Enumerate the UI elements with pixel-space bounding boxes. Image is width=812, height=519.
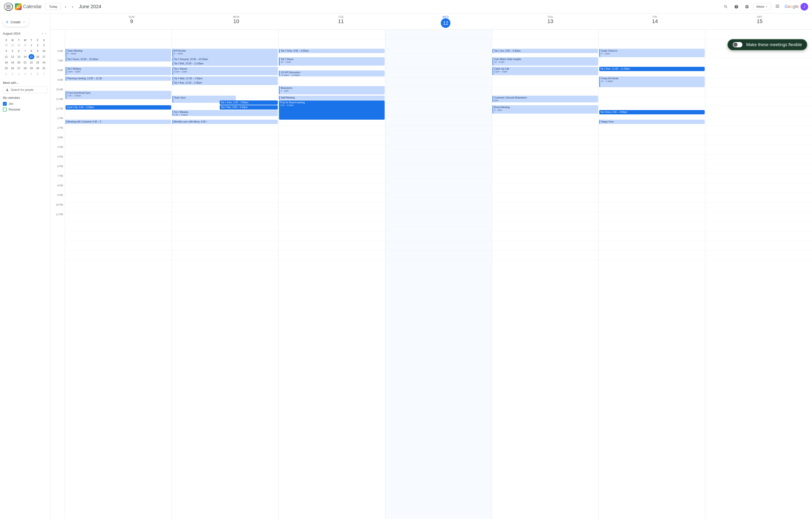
event-tat-danyeal[interactable]: Tat // Danyeal, 10:00 – 10:30am [172,57,278,61]
day-col-sun: Team Meeting 9 – 10am Tat // Kevin, 10:0… [65,30,172,519]
event-user-metric[interactable]: User Metric Data Insights 10 – 11am [492,57,598,65]
mini-cal-day[interactable]: 30 [35,65,40,71]
calendar-item-jon[interactable]: Jon [3,101,47,107]
event-planning-meeting[interactable]: Planning meeting, 12:00 – 12:30 [65,76,171,81]
mini-cal-day[interactable]: 7 [41,71,47,77]
mini-cal-day[interactable]: 10 [41,48,47,54]
event-friday-all-hands[interactable]: Friday All Hands 12 – 1:30pm [599,76,705,87]
mini-cal-day[interactable]: 1 [29,43,34,48]
calendar-item-personal[interactable]: Personal [3,107,47,112]
mini-cal-day[interactable]: 18 [3,60,9,65]
mini-cal-prev[interactable]: ‹ [41,31,44,36]
event-goals-checkin[interactable]: Goals Check-in 9 – 10am [599,49,705,57]
help-button[interactable] [732,2,741,11]
mini-cal-day[interactable]: 1 [3,71,9,77]
mini-cal-day[interactable]: 15 [29,54,34,59]
time-label-7am: 7 AM [51,58,65,68]
mini-cal-day[interactable]: 3 [16,71,22,77]
mini-cal-day[interactable]: 5 [9,48,16,54]
mini-cal-day[interactable]: 23 [35,60,40,65]
event-brainstorm[interactable]: Brainstorm 1 – 2pm [279,86,385,94]
menu-button[interactable] [4,3,13,11]
event-tat-ana[interactable]: Tat // Ana, 12:30 – 1:00pm [172,81,278,85]
mini-cal-day[interactable]: 4 [22,71,28,77]
event-kr-review[interactable]: KR Review 9 – 10am [172,49,278,57]
flexible-toggle[interactable]: Make these meetings flexible [727,39,807,50]
mini-cal-day[interactable]: 4 [3,48,9,54]
mini-cal-day[interactable]: 29 [9,43,16,48]
mini-cal-day[interactable]: 16 [35,54,40,59]
mini-cal-day[interactable]: 9 [35,48,40,54]
toggle-switch[interactable] [733,42,743,47]
event-happy-hour[interactable]: Happy Hour [599,120,705,124]
mini-cal-day[interactable]: 11 [3,54,9,59]
mini-cal-day[interactable]: 28 [3,43,9,48]
event-staff-meeting[interactable]: Staff Meeting [279,95,385,100]
mini-cal-day[interactable]: 3 [41,43,47,48]
next-button[interactable]: › [70,3,75,11]
my-calendars-section: My calendars Jon Personal [0,96,50,112]
event-board-meeting[interactable]: Board Meeting 3 – 4pm [492,105,598,114]
mini-cal-day[interactable]: 13 [16,54,22,59]
event-tat-shane[interactable]: Tat // Shane 10 – 11am [279,57,385,65]
event-customer-lifecycle[interactable]: Customer Lifecycle Brainstorm 2pm [492,95,598,102]
mini-cal-day[interactable]: 31 [41,65,47,71]
event-tat-brittany[interactable]: Tat // Brittany 11am – 12pm [65,67,171,75]
event-tat-mikaela[interactable]: Tat // Mikaela 3:30 – 4:00pm [172,110,278,116]
event-tat-matt[interactable]: Tat // Matt, 12:30 – 1:00pm [172,76,278,81]
event-catch-up[interactable]: Catch Up Call 11pm – 12pm [492,67,598,75]
mini-cal-day[interactable]: 27 [16,65,22,71]
mini-cal-day[interactable]: 17 [41,54,47,59]
mini-cal-day[interactable]: 24 [41,60,47,65]
mini-cal-day[interactable]: 7 [22,48,28,54]
create-chevron-icon [23,21,25,24]
settings-button[interactable] [743,2,751,11]
mini-cal-day[interactable]: 31 [22,43,28,48]
event-team-meeting[interactable]: Team Meeting 9 – 10am [65,49,171,57]
mini-cal-day[interactable]: 6 [16,48,22,54]
event-tat-amy[interactable]: Tat // Amy, 3:30 – 4:00pm [599,110,705,114]
view-selector[interactable]: Week [753,3,771,10]
event-meeting-customer[interactable]: Meeting with Customer 4:30 – 5 [65,120,171,124]
event-cross-functional[interactable]: Cross-functional Sync 1:30 – 2:30pm [65,91,171,99]
time-label-8pm: 8 PM [51,183,65,193]
event-q3-kr[interactable]: Q3 KR Discussion 11:30pm – 12:00pm [279,71,385,76]
event-tat-john[interactable]: Tat // John, 2:30 – 3:00pm [220,101,278,105]
event-tat-kevin[interactable]: Tat // Kevin, 10:00 – 10:30am [65,57,171,61]
event-tat-steven[interactable]: Tat // Steven 11am – 12pm [172,67,278,75]
time-label-4pm: 4 PM [51,145,65,155]
event-tat-dan[interactable]: Tat // Dan, 3:00 – 3:30pm [220,105,278,110]
mini-cal-day[interactable]: 19 [9,60,16,65]
event-prep-board[interactable]: Prep for Board meeting 2:30 – 4:30pm [279,101,385,120]
mini-cal-day[interactable]: 22 [29,60,34,65]
event-monthly-sync[interactable]: Monthly sync with Alexa, 4:30 – [172,120,278,124]
search-button[interactable] [722,2,730,11]
mini-cal-day[interactable]: 30 [16,43,22,48]
event-tat-jon[interactable]: Tat // Jon, 9:00 – 9:30am [492,49,598,53]
mini-cal-day[interactable]: 25 [3,65,9,71]
search-people-button[interactable]: Search for people [3,86,47,93]
mini-cal-day[interactable]: 26 [9,65,16,71]
avatar[interactable]: J [801,3,808,10]
event-tat-alex[interactable]: Tat // Alex, 11:00 – 11:30am [599,67,705,71]
event-quick-call[interactable]: Quick Call, 3:00 – 3:30pm [65,105,171,110]
apps-button[interactable] [773,2,782,11]
mini-cal-day[interactable]: 28 [22,65,28,71]
days-grid: Make these meetings flexible Team Meetin… [65,30,812,519]
today-button[interactable]: Today [46,3,61,10]
create-button[interactable]: + Create [3,17,29,27]
mini-cal-day[interactable]: 5 [29,71,34,77]
mini-cal-day[interactable]: 6 [35,71,40,77]
mini-cal-day[interactable]: 29 [29,65,34,71]
mini-cal-day[interactable]: 2 [35,43,40,48]
prev-button[interactable]: ‹ [63,3,68,11]
mini-cal-next[interactable]: › [45,31,47,36]
mini-cal-day[interactable]: 20 [16,60,22,65]
event-tat-vicky[interactable]: Tat // Vicky, 9:00 – 9:30am [279,49,385,53]
mini-cal-day[interactable]: 14 [22,54,28,59]
mini-cal-day[interactable]: 2 [9,71,16,77]
mini-cal-day[interactable]: 21 [22,60,28,65]
mini-cal-day[interactable]: 8 [29,48,34,54]
event-tat-britt[interactable]: Tat // Britt, 10:30 – 11:00am [172,61,278,66]
mini-cal-day[interactable]: 12 [9,54,16,59]
